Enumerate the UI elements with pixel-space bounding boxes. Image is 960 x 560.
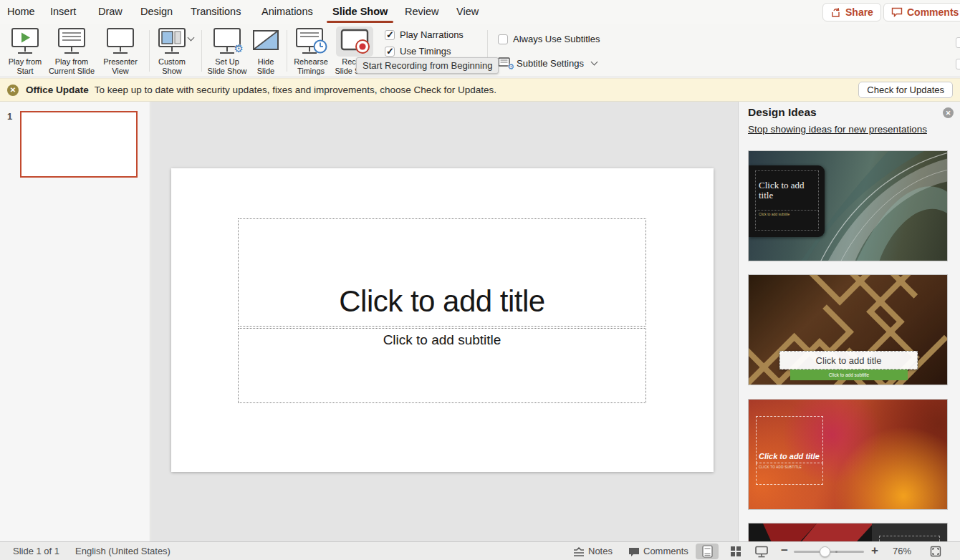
- play-from-current-slide-button[interactable]: Play from Current Slide: [44, 26, 99, 75]
- comments-label: Comments: [907, 6, 959, 18]
- notes-icon: [573, 547, 585, 559]
- powerpoint-window: Home Insert Draw Design Transitions Anim…: [0, 0, 960, 560]
- thumbnail-title-text: Click to add title: [755, 170, 819, 211]
- design-ideas-panel: Design Ideas ✕ Stop showing ideas for ne…: [738, 102, 960, 541]
- comment-icon: [891, 7, 903, 17]
- play-narrations-label: Play Narrations: [400, 29, 464, 40]
- hide-slide-icon: [251, 27, 280, 56]
- subtitle-settings-button[interactable]: ⚙ Subtitle Settings: [498, 57, 597, 69]
- stop-showing-ideas-link[interactable]: Stop showing ideas for new presentations: [748, 124, 927, 135]
- slide-1[interactable]: Click to add title Click to add subtitle: [171, 168, 714, 472]
- editing-canvas: Click to add title Click to add subtitle: [151, 102, 738, 541]
- zoom-in-button[interactable]: +: [871, 544, 878, 558]
- normal-view-icon: [702, 545, 713, 558]
- polygon-graphic: [749, 523, 873, 541]
- share-button[interactable]: Share: [822, 3, 881, 21]
- design-thumbnail-bokeh[interactable]: Click to add title CLICK TO ADD SUBTITLE: [748, 399, 948, 510]
- ribbon-tab-bar: Home Insert Draw Design Transitions Anim…: [0, 0, 960, 24]
- custom-show-button[interactable]: Custom Show: [151, 26, 193, 75]
- design-thumbnail-polygon[interactable]: [748, 523, 948, 541]
- checkbox-checked-icon[interactable]: [385, 47, 395, 57]
- title-placeholder[interactable]: Click to add title: [238, 218, 646, 327]
- zoom-slider-thumb[interactable]: [820, 546, 830, 557]
- language-indicator[interactable]: English (United States): [75, 546, 171, 556]
- tooltip-start-recording: Start Recording from Beginning: [356, 57, 499, 74]
- presenter-view-button[interactable]: Presenter View: [97, 26, 143, 75]
- subtitle-placeholder[interactable]: Click to add subtitle: [238, 328, 646, 403]
- slide-thumbnail-panel: 1: [0, 102, 150, 541]
- tab-insert[interactable]: Insert: [50, 6, 76, 17]
- play-from-start-button[interactable]: Play from Start: [4, 26, 46, 75]
- chevron-down-icon: [188, 34, 195, 42]
- close-icon[interactable]: ✕: [943, 107, 954, 118]
- normal-view-button[interactable]: [696, 544, 719, 559]
- share-icon: [830, 7, 841, 18]
- set-up-slide-show-button[interactable]: ⚙ Set Up Slide Show: [203, 26, 251, 75]
- zoom-slider[interactable]: [794, 551, 864, 553]
- slide-number: 1: [7, 111, 12, 122]
- play-from-current-icon: [56, 27, 87, 56]
- update-message: To keep up to date with security updates…: [95, 85, 496, 95]
- gear-icon: ⚙: [507, 63, 514, 71]
- play-from-start-icon: [9, 27, 41, 56]
- tab-design[interactable]: Design: [140, 6, 173, 17]
- subtitle-settings-label: Subtitle Settings: [517, 58, 584, 69]
- thumbnail-right-pane: [872, 523, 947, 541]
- notes-toggle[interactable]: Notes: [588, 546, 613, 556]
- always-use-subtitles-checkbox[interactable]: Always Use Subtitles: [498, 34, 600, 44]
- gear-icon: ⚙: [234, 43, 244, 54]
- custom-show-icon: [156, 27, 188, 56]
- slide-sorter-icon: [730, 546, 741, 557]
- subtitle-settings-icon: ⚙: [498, 57, 512, 69]
- use-timings-label: Use Timings: [400, 46, 451, 57]
- share-label: Share: [845, 6, 873, 18]
- checkbox-checked-icon[interactable]: [385, 30, 395, 40]
- zoom-level[interactable]: 76%: [893, 546, 911, 556]
- thumbnail-subtitle-bar: Click to add subtitle: [790, 370, 908, 380]
- comments-status-icon: [628, 547, 640, 559]
- thumbnail-title-text: Click to add title: [756, 416, 823, 463]
- use-timings-checkbox[interactable]: Use Timings: [385, 46, 451, 57]
- design-ideas-title: Design Ideas: [748, 106, 817, 119]
- record-slide-show-icon: [339, 27, 370, 56]
- status-bar: Slide 1 of 1 English (United States) Not…: [0, 541, 960, 560]
- update-badge-icon: ✕: [7, 85, 19, 96]
- thumbnail-subtitle-text: Click to add subtitle: [755, 211, 819, 231]
- clipped-ribbon-button: [956, 59, 960, 69]
- tab-view[interactable]: View: [456, 6, 479, 17]
- zoom-out-button[interactable]: −: [781, 544, 788, 558]
- thumbnail-placeholder-outline: [879, 536, 940, 541]
- slide-sorter-view-button[interactable]: [725, 544, 747, 559]
- tab-slide-show[interactable]: Slide Show: [332, 6, 388, 17]
- slide-1-thumbnail[interactable]: [20, 111, 138, 178]
- comments-toggle[interactable]: Comments: [643, 546, 688, 556]
- checkbox-unchecked-icon[interactable]: [498, 34, 508, 44]
- fit-to-window-icon: [929, 545, 942, 558]
- thumbnail-subtitle-text: CLICK TO ADD SUBTITLE: [756, 463, 823, 485]
- tab-home[interactable]: Home: [7, 6, 35, 17]
- rehearse-timings-icon: [294, 27, 328, 56]
- always-use-subtitles-label: Always Use Subtitles: [513, 34, 600, 44]
- tab-animations[interactable]: Animations: [261, 6, 313, 17]
- tab-draw[interactable]: Draw: [98, 6, 123, 17]
- tab-review[interactable]: Review: [405, 6, 439, 17]
- ribbon-divider: [287, 30, 287, 72]
- slide-count-indicator: Slide 1 of 1: [13, 546, 59, 556]
- update-title: Office Update: [26, 85, 89, 95]
- slideshow-view-button[interactable]: [751, 544, 772, 559]
- design-thumbnail-teal[interactable]: Click to add title Click to add subtitle: [748, 150, 948, 261]
- thumbnail-title-panel: Click to add title Click to add subtitle: [749, 165, 825, 237]
- clipped-ribbon-button: [956, 37, 960, 48]
- tab-transitions[interactable]: Transitions: [191, 6, 241, 17]
- comments-button[interactable]: Comments: [883, 3, 960, 21]
- slideshow-icon: [754, 546, 769, 558]
- hide-slide-button[interactable]: Hide Slide: [251, 26, 280, 75]
- zoom-100-marker: [835, 551, 837, 553]
- check-for-updates-button[interactable]: Check for Updates: [858, 82, 953, 98]
- ribbon-divider: [201, 30, 202, 72]
- presenter-view-icon: [105, 27, 136, 56]
- play-narrations-checkbox[interactable]: Play Narrations: [385, 29, 464, 40]
- rehearse-timings-button[interactable]: Rehearse Timings: [289, 26, 333, 75]
- fit-slide-to-window-button[interactable]: [926, 544, 946, 559]
- design-thumbnail-maze[interactable]: Click to add title Click to add subtitle: [748, 274, 948, 385]
